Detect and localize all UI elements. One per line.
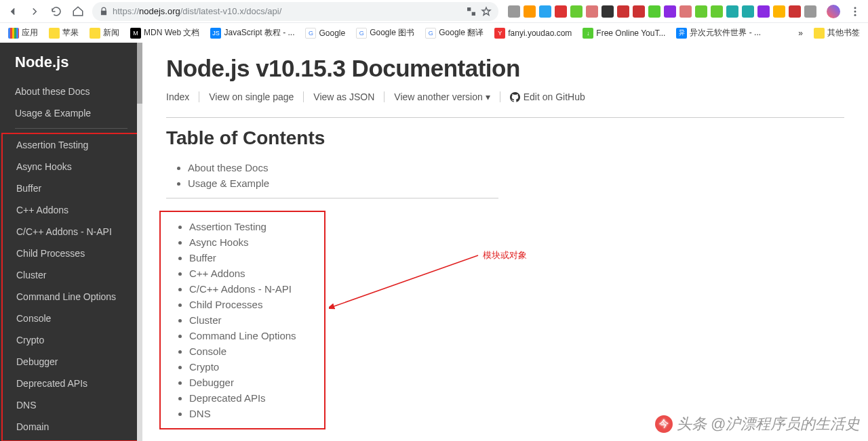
sidebar-item[interactable]: Child Processes (3, 243, 138, 264)
annotation-arrow (329, 253, 485, 314)
extension-icon[interactable] (648, 5, 660, 18)
sidebar-brand[interactable]: Node.js (0, 54, 142, 81)
sidebar-item[interactable]: Assertion Testing (3, 134, 138, 156)
toc-item[interactable]: Buffer (189, 250, 324, 266)
bookmarks-bar: 应用 苹果新闻MMDN Web 文档JSJavaScript 教程 - ...G… (0, 22, 868, 43)
link-another-version[interactable]: View another version ▾ (384, 91, 500, 102)
avatar-icon[interactable] (823, 2, 844, 21)
page-body: Node.js About these DocsUsage & Example … (0, 43, 868, 441)
browser-chrome: https://nodejs.org/dist/latest-v10.x/doc… (0, 0, 868, 43)
sidebar-item[interactable]: About these Docs (0, 81, 142, 102)
sidebar-item[interactable]: Command Line Options (3, 286, 138, 308)
bookmark-item[interactable]: 新闻 (85, 26, 123, 40)
bookmarks-more[interactable]: » (794, 27, 807, 39)
link-edit-github[interactable]: Edit on GitHub (500, 91, 595, 102)
annotation-label: 模块或对象 (483, 249, 527, 261)
star-icon[interactable] (481, 6, 492, 17)
toc-item[interactable]: Async Hooks (189, 234, 324, 250)
extension-icon[interactable] (773, 5, 785, 18)
bookmark-item[interactable]: MMDN Web 文档 (126, 26, 203, 40)
extension-icon[interactable] (633, 5, 645, 18)
translate-icon[interactable] (466, 6, 477, 17)
sidebar-item[interactable]: Async Hooks (3, 156, 138, 177)
sidebar-item[interactable]: Buffer (3, 177, 138, 199)
toc-item[interactable]: Console (189, 343, 324, 359)
toc-item[interactable]: Assertion Testing (189, 219, 324, 234)
bookmark-item[interactable]: Yfanyi.youdao.com (490, 26, 576, 40)
extension-icon[interactable] (617, 5, 629, 18)
bookmark-item[interactable]: GGoogle 图书 (352, 26, 418, 40)
extension-icon[interactable] (711, 5, 723, 18)
extensions-row (502, 5, 822, 18)
sidebar-item[interactable]: Usage & Example (0, 102, 142, 124)
watermark-icon: 今 (655, 415, 673, 433)
toc-item[interactable]: Child Processes (189, 297, 324, 312)
sidebar-item[interactable]: DNS (3, 394, 138, 416)
extension-icon[interactable] (601, 5, 614, 18)
svg-point-1 (854, 10, 856, 12)
svg-line-3 (332, 255, 478, 307)
github-icon (510, 92, 520, 102)
extension-icon[interactable] (695, 5, 707, 18)
home-button[interactable] (68, 2, 88, 21)
bookmark-item[interactable]: 异异次元软件世界 - ... (672, 26, 765, 40)
extension-icon[interactable] (664, 5, 676, 18)
extension-icon[interactable] (757, 5, 770, 18)
forward-button[interactable] (24, 2, 45, 21)
extension-icon[interactable] (679, 5, 692, 18)
extension-icon[interactable] (539, 5, 551, 18)
extension-icon[interactable] (742, 5, 754, 18)
sidebar-item[interactable]: Cluster (3, 264, 138, 286)
bookmark-item[interactable]: GGoogle (301, 26, 349, 40)
sidebar-item[interactable]: Domain (3, 416, 138, 438)
sidebar: Node.js About these DocsUsage & Example … (0, 43, 142, 441)
toc-top-list: About these DocsUsage & Example (166, 157, 498, 198)
extension-icon[interactable] (555, 5, 567, 18)
toc-item[interactable]: About these Docs (188, 160, 498, 175)
address-bar[interactable]: https://nodejs.org/dist/latest-v10.x/doc… (92, 2, 498, 21)
browser-toolbar: https://nodejs.org/dist/latest-v10.x/doc… (0, 0, 868, 22)
toc-item[interactable]: Debugger (189, 375, 324, 390)
extension-icon[interactable] (586, 5, 598, 18)
toc-item[interactable]: Crypto (189, 359, 324, 375)
sidebar-item[interactable]: C/C++ Addons - N-API (3, 221, 138, 243)
extension-icon[interactable] (524, 5, 536, 18)
toc-item[interactable]: C++ Addons (189, 266, 324, 281)
reload-button[interactable] (46, 2, 66, 21)
sidebar-modules-highlight: Assertion TestingAsync HooksBufferC++ Ad… (1, 133, 140, 441)
sidebar-item[interactable]: Deprecated APIs (3, 373, 138, 394)
toc-item[interactable]: Command Line Options (189, 328, 324, 343)
toc-modules-highlight: Assertion TestingAsync HooksBufferC++ Ad… (159, 211, 326, 429)
apps-button[interactable]: 应用 (4, 26, 42, 40)
bookmark-item[interactable]: ↓Free Online YouT... (578, 26, 669, 40)
sidebar-scrollbar[interactable] (137, 43, 142, 441)
back-button[interactable] (3, 2, 23, 21)
toc-item[interactable]: Deprecated APIs (189, 390, 324, 406)
sidebar-item[interactable]: Crypto (3, 329, 138, 351)
extension-icon[interactable] (570, 5, 583, 18)
toc-heading: Table of Contents (166, 127, 844, 149)
sidebar-item[interactable]: Console (3, 308, 138, 329)
bookmark-item[interactable]: GGoogle 翻译 (421, 26, 488, 40)
sidebar-item[interactable]: Debugger (3, 351, 138, 373)
sidebar-item[interactable]: C++ Addons (3, 199, 138, 221)
link-single-page[interactable]: View on single page (199, 91, 304, 102)
svg-point-2 (854, 14, 856, 16)
toc-item[interactable]: DNS (189, 406, 324, 421)
bookmark-item[interactable]: 苹果 (45, 26, 83, 40)
menu-button[interactable] (845, 2, 865, 21)
other-bookmarks[interactable]: 其他书签 (810, 26, 864, 40)
sidebar-divider (15, 128, 127, 129)
toc-item[interactable]: C/C++ Addons - N-API (189, 281, 324, 297)
url-text: https://nodejs.org/dist/latest-v10.x/doc… (113, 6, 281, 16)
extension-icon[interactable] (804, 5, 816, 18)
picker-header: Index View on single page View as JSON V… (166, 91, 844, 118)
toc-item[interactable]: Cluster (189, 312, 324, 328)
bookmark-item[interactable]: JSJavaScript 教程 - ... (206, 26, 298, 40)
link-view-json[interactable]: View as JSON (304, 91, 384, 102)
toc-item[interactable]: Usage & Example (188, 175, 498, 191)
extension-icon[interactable] (508, 5, 520, 18)
extension-icon[interactable] (789, 5, 801, 18)
link-index[interactable]: Index (166, 91, 199, 102)
extension-icon[interactable] (726, 5, 738, 18)
